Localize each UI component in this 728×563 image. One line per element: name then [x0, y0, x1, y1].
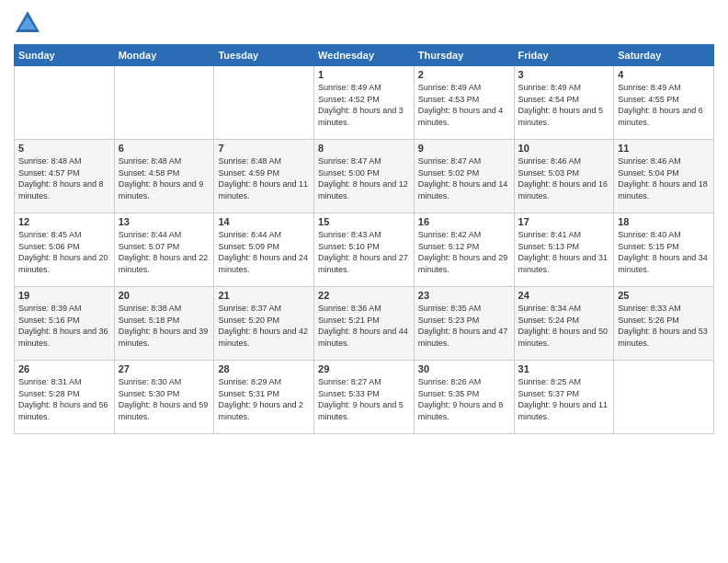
day-number: 20	[119, 290, 210, 301]
calendar-cell: 28Sunrise: 8:29 AMSunset: 5:31 PMDayligh…	[214, 361, 314, 434]
calendar-cell: 6Sunrise: 8:48 AMSunset: 4:58 PMDaylight…	[114, 140, 214, 213]
day-number: 21	[218, 290, 310, 301]
day-number: 26	[18, 363, 110, 374]
day-number: 13	[119, 216, 210, 227]
day-info: Sunrise: 8:49 AMSunset: 4:52 PMDaylight:…	[318, 82, 410, 128]
weekday-header-friday: Friday	[514, 45, 614, 66]
calendar-cell: 20Sunrise: 8:38 AMSunset: 5:18 PMDayligh…	[114, 287, 214, 361]
weekday-header-thursday: Thursday	[414, 45, 514, 66]
calendar-cell: 5Sunrise: 8:48 AMSunset: 4:57 PMDaylight…	[15, 140, 115, 213]
day-info: Sunrise: 8:36 AMSunset: 5:21 PMDaylight:…	[318, 303, 410, 349]
logo	[14, 9, 45, 37]
day-info: Sunrise: 8:47 AMSunset: 5:00 PMDaylight:…	[318, 155, 410, 201]
day-info: Sunrise: 8:43 AMSunset: 5:10 PMDaylight:…	[318, 229, 410, 275]
day-info: Sunrise: 8:37 AMSunset: 5:20 PMDaylight:…	[218, 303, 310, 349]
week-row-1: 1Sunrise: 8:49 AMSunset: 4:52 PMDaylight…	[15, 66, 714, 140]
day-number: 2	[418, 69, 510, 80]
day-info: Sunrise: 8:33 AMSunset: 5:26 PMDaylight:…	[618, 303, 710, 349]
calendar-cell: 12Sunrise: 8:45 AMSunset: 5:06 PMDayligh…	[15, 213, 115, 287]
calendar-cell: 11Sunrise: 8:46 AMSunset: 5:04 PMDayligh…	[614, 140, 714, 213]
day-info: Sunrise: 8:41 AMSunset: 5:13 PMDaylight:…	[518, 229, 610, 275]
day-info: Sunrise: 8:40 AMSunset: 5:15 PMDaylight:…	[618, 229, 710, 275]
calendar-cell: 2Sunrise: 8:49 AMSunset: 4:53 PMDaylight…	[414, 66, 514, 140]
day-info: Sunrise: 8:46 AMSunset: 5:03 PMDaylight:…	[518, 155, 610, 201]
day-number: 9	[418, 143, 510, 154]
calendar-cell: 21Sunrise: 8:37 AMSunset: 5:20 PMDayligh…	[214, 287, 314, 361]
day-info: Sunrise: 8:44 AMSunset: 5:07 PMDaylight:…	[119, 229, 210, 275]
day-info: Sunrise: 8:34 AMSunset: 5:24 PMDaylight:…	[518, 303, 610, 349]
logo-icon	[14, 9, 41, 37]
calendar-cell: 3Sunrise: 8:49 AMSunset: 4:54 PMDaylight…	[514, 66, 614, 140]
day-info: Sunrise: 8:26 AMSunset: 5:35 PMDaylight:…	[418, 376, 510, 422]
day-number: 31	[518, 363, 610, 374]
calendar-cell: 31Sunrise: 8:25 AMSunset: 5:37 PMDayligh…	[514, 361, 614, 434]
day-info: Sunrise: 8:46 AMSunset: 5:04 PMDaylight:…	[618, 155, 710, 201]
header	[14, 9, 714, 37]
day-number: 12	[18, 216, 110, 227]
weekday-header-monday: Monday	[114, 45, 214, 66]
day-number: 1	[318, 69, 410, 80]
day-info: Sunrise: 8:29 AMSunset: 5:31 PMDaylight:…	[218, 376, 310, 422]
calendar-cell: 25Sunrise: 8:33 AMSunset: 5:26 PMDayligh…	[614, 287, 714, 361]
calendar-cell: 14Sunrise: 8:44 AMSunset: 5:09 PMDayligh…	[214, 213, 314, 287]
day-info: Sunrise: 8:27 AMSunset: 5:33 PMDaylight:…	[318, 376, 410, 422]
day-info: Sunrise: 8:30 AMSunset: 5:30 PMDaylight:…	[119, 376, 210, 422]
week-row-2: 5Sunrise: 8:48 AMSunset: 4:57 PMDaylight…	[15, 140, 714, 213]
day-info: Sunrise: 8:25 AMSunset: 5:37 PMDaylight:…	[518, 376, 610, 422]
calendar-cell: 13Sunrise: 8:44 AMSunset: 5:07 PMDayligh…	[114, 213, 214, 287]
calendar-cell	[114, 66, 214, 140]
calendar-cell: 22Sunrise: 8:36 AMSunset: 5:21 PMDayligh…	[314, 287, 415, 361]
day-info: Sunrise: 8:49 AMSunset: 4:55 PMDaylight:…	[618, 82, 710, 128]
page: SundayMondayTuesdayWednesdayThursdayFrid…	[0, 0, 728, 563]
calendar-cell: 1Sunrise: 8:49 AMSunset: 4:52 PMDaylight…	[314, 66, 415, 140]
week-row-3: 12Sunrise: 8:45 AMSunset: 5:06 PMDayligh…	[15, 213, 714, 287]
day-number: 27	[119, 363, 210, 374]
calendar-cell: 15Sunrise: 8:43 AMSunset: 5:10 PMDayligh…	[314, 213, 415, 287]
day-number: 5	[18, 143, 110, 154]
calendar-cell: 29Sunrise: 8:27 AMSunset: 5:33 PMDayligh…	[314, 361, 415, 434]
day-info: Sunrise: 8:48 AMSunset: 4:59 PMDaylight:…	[218, 155, 310, 201]
day-number: 29	[318, 363, 410, 374]
day-number: 25	[618, 290, 710, 301]
calendar-cell: 9Sunrise: 8:47 AMSunset: 5:02 PMDaylight…	[414, 140, 514, 213]
calendar-table: SundayMondayTuesdayWednesdayThursdayFrid…	[14, 44, 714, 434]
week-row-5: 26Sunrise: 8:31 AMSunset: 5:28 PMDayligh…	[15, 361, 714, 434]
day-number: 16	[418, 216, 510, 227]
calendar-cell: 7Sunrise: 8:48 AMSunset: 4:59 PMDaylight…	[214, 140, 314, 213]
day-number: 3	[518, 69, 610, 80]
day-number: 30	[418, 363, 510, 374]
week-row-4: 19Sunrise: 8:39 AMSunset: 5:16 PMDayligh…	[15, 287, 714, 361]
day-info: Sunrise: 8:44 AMSunset: 5:09 PMDaylight:…	[218, 229, 310, 275]
day-number: 15	[318, 216, 410, 227]
calendar-cell: 8Sunrise: 8:47 AMSunset: 5:00 PMDaylight…	[314, 140, 415, 213]
day-info: Sunrise: 8:38 AMSunset: 5:18 PMDaylight:…	[119, 303, 210, 349]
calendar-cell: 16Sunrise: 8:42 AMSunset: 5:12 PMDayligh…	[414, 213, 514, 287]
weekday-header-tuesday: Tuesday	[214, 45, 314, 66]
weekday-header-row: SundayMondayTuesdayWednesdayThursdayFrid…	[15, 45, 714, 66]
calendar-cell	[614, 361, 714, 434]
day-number: 6	[119, 143, 210, 154]
calendar-cell: 19Sunrise: 8:39 AMSunset: 5:16 PMDayligh…	[15, 287, 115, 361]
day-number: 7	[218, 143, 310, 154]
weekday-header-sunday: Sunday	[15, 45, 115, 66]
day-number: 11	[618, 143, 710, 154]
day-info: Sunrise: 8:48 AMSunset: 4:58 PMDaylight:…	[119, 155, 210, 201]
calendar-cell: 23Sunrise: 8:35 AMSunset: 5:23 PMDayligh…	[414, 287, 514, 361]
day-info: Sunrise: 8:39 AMSunset: 5:16 PMDaylight:…	[18, 303, 110, 349]
calendar-cell: 30Sunrise: 8:26 AMSunset: 5:35 PMDayligh…	[414, 361, 514, 434]
day-number: 14	[218, 216, 310, 227]
day-info: Sunrise: 8:48 AMSunset: 4:57 PMDaylight:…	[18, 155, 110, 201]
day-info: Sunrise: 8:42 AMSunset: 5:12 PMDaylight:…	[418, 229, 510, 275]
day-number: 23	[418, 290, 510, 301]
day-number: 17	[518, 216, 610, 227]
calendar-cell: 24Sunrise: 8:34 AMSunset: 5:24 PMDayligh…	[514, 287, 614, 361]
day-info: Sunrise: 8:31 AMSunset: 5:28 PMDaylight:…	[18, 376, 110, 422]
calendar-cell: 4Sunrise: 8:49 AMSunset: 4:55 PMDaylight…	[614, 66, 714, 140]
day-info: Sunrise: 8:49 AMSunset: 4:54 PMDaylight:…	[518, 82, 610, 128]
calendar-cell	[214, 66, 314, 140]
day-info: Sunrise: 8:49 AMSunset: 4:53 PMDaylight:…	[418, 82, 510, 128]
day-number: 19	[18, 290, 110, 301]
day-number: 24	[518, 290, 610, 301]
day-info: Sunrise: 8:47 AMSunset: 5:02 PMDaylight:…	[418, 155, 510, 201]
calendar-cell: 26Sunrise: 8:31 AMSunset: 5:28 PMDayligh…	[15, 361, 115, 434]
